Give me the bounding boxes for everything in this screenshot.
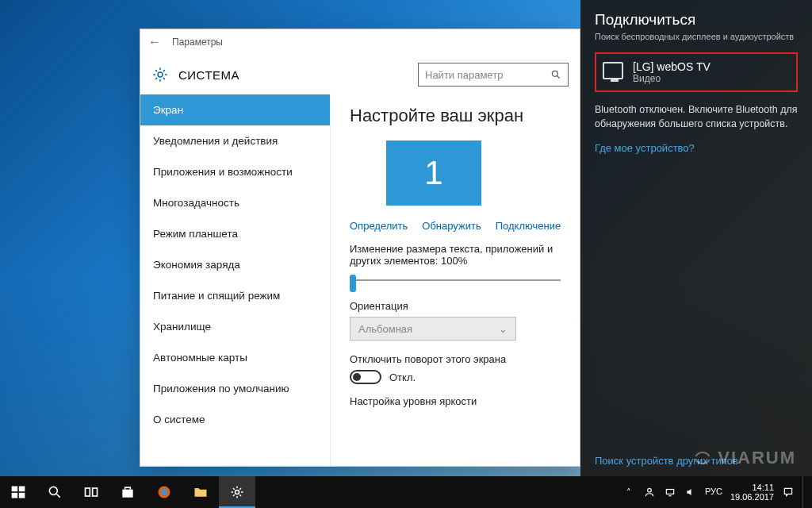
orientation-value: Альбомная [358, 323, 412, 335]
svg-point-0 [158, 72, 163, 77]
search-icon [550, 69, 561, 80]
svg-rect-8 [93, 488, 98, 496]
search-placeholder: Найти параметр [425, 69, 503, 81]
back-button[interactable]: ← [148, 35, 161, 49]
monitor-preview[interactable]: 1 [386, 140, 481, 206]
sidebar-item-power[interactable]: Питание и спящий режим [140, 280, 330, 311]
svg-point-6 [49, 487, 57, 495]
gear-icon [229, 484, 245, 500]
action-center-icon[interactable] [782, 486, 795, 498]
content-pane: Настройте ваш экран 1 Определить Обнаруж… [331, 94, 580, 466]
firefox-icon [156, 484, 172, 500]
link-wireless-display[interactable]: Подключение к беспроводному дисплею [496, 220, 561, 232]
sidebar-item-display[interactable]: Экран [140, 94, 330, 125]
header-row: СИСТЕМА Найти параметр [140, 55, 580, 94]
store-icon [120, 484, 136, 500]
taskbar-store[interactable] [109, 476, 146, 508]
search-button[interactable] [36, 476, 73, 508]
svg-rect-2 [12, 487, 18, 492]
svg-rect-3 [19, 487, 25, 492]
svg-point-10 [161, 489, 167, 495]
search-icon [47, 484, 63, 500]
bluetooth-message: Bluetooth отключен. Включите Bluetooth д… [595, 103, 798, 131]
svg-rect-7 [86, 488, 90, 496]
device-type: Видео [633, 73, 710, 84]
connect-panel: Подключиться Поиск беспроводных дисплеев… [580, 0, 812, 476]
content-heading: Настройте ваш экран [350, 106, 561, 126]
orientation-select[interactable]: Альбомная ⌄ [350, 317, 516, 341]
tray-volume-icon[interactable] [684, 486, 697, 498]
scale-slider[interactable] [350, 273, 561, 287]
sidebar-item-about[interactable]: О системе [140, 404, 330, 435]
svg-point-11 [236, 491, 239, 495]
window-title: Параметры [172, 37, 223, 48]
monitor-number: 1 [424, 154, 442, 192]
taskbar-settings[interactable] [219, 476, 255, 508]
taskview-icon [83, 484, 99, 500]
sidebar-item-apps[interactable]: Приложения и возможности [140, 156, 330, 187]
svg-rect-4 [12, 493, 18, 498]
device-name: [LG] webOS TV [633, 60, 710, 73]
tray-chevron-up-icon[interactable]: ˄ [622, 486, 635, 498]
taskbar: ˄ РУС 14:11 19.06.2017 [0, 476, 812, 508]
brightness-label: Настройка уровня яркости [350, 395, 561, 407]
clock[interactable]: 14:11 19.06.2017 [730, 483, 774, 502]
sidebar-item-multitasking[interactable]: Многозадачность [140, 187, 330, 218]
show-desktop-button[interactable] [802, 476, 807, 508]
settings-window: ← Параметры СИСТЕМА Найти параметр Экран… [140, 29, 580, 467]
rotation-lock-state: Откл. [389, 371, 416, 383]
gear-icon [151, 66, 169, 83]
link-identify[interactable]: Определить [350, 220, 408, 232]
sidebar: Экран Уведомления и действия Приложения … [140, 94, 331, 466]
scale-label: Изменение размера текста, приложений и д… [350, 243, 561, 267]
rotation-lock-toggle[interactable] [350, 370, 381, 384]
sidebar-item-battery[interactable]: Экономия заряда [140, 249, 330, 280]
svg-point-12 [648, 488, 652, 492]
sidebar-item-notifications[interactable]: Уведомления и действия [140, 125, 330, 156]
sidebar-item-maps[interactable]: Автономные карты [140, 342, 330, 373]
tv-icon [603, 62, 623, 79]
connect-subtitle: Поиск беспроводных дисплеев и аудиоустро… [595, 32, 798, 41]
sidebar-item-defaults[interactable]: Приложения по умолчанию [140, 373, 330, 404]
taskview-button[interactable] [73, 476, 109, 508]
tray-network-icon[interactable] [664, 486, 676, 498]
desktop: ← Параметры СИСТЕМА Найти параметр Экран… [0, 0, 812, 508]
svg-rect-5 [19, 493, 25, 498]
rotation-lock-label: Отключить поворот этого экрана [350, 353, 561, 365]
link-detect[interactable]: Обнаружить [422, 220, 481, 232]
page-title: СИСТЕМА [178, 68, 239, 82]
tray-people-icon[interactable] [643, 486, 656, 498]
language-indicator[interactable]: РУС [705, 487, 722, 497]
search-input[interactable]: Найти параметр [418, 63, 569, 87]
windows-icon [10, 484, 26, 500]
svg-rect-13 [666, 490, 673, 495]
chevron-down-icon: ⌄ [499, 323, 508, 335]
folder-icon [193, 484, 209, 500]
clock-time: 14:11 [730, 483, 774, 492]
taskbar-folder[interactable] [182, 476, 219, 508]
titlebar: ← Параметры [140, 29, 580, 55]
device-item[interactable]: [LG] webOS TV Видео [595, 52, 798, 92]
start-button[interactable] [0, 476, 36, 508]
clock-date: 19.06.2017 [730, 492, 774, 502]
sidebar-item-tablet[interactable]: Режим планшета [140, 218, 330, 249]
orientation-label: Ориентация [350, 300, 561, 312]
sidebar-item-storage[interactable]: Хранилище [140, 311, 330, 342]
svg-point-1 [552, 71, 557, 76]
where-device-link[interactable]: Где мое устройство? [595, 142, 798, 154]
connect-title: Подключиться [595, 11, 798, 29]
taskbar-firefox[interactable] [146, 476, 182, 508]
watermark: VIARUM [692, 448, 796, 468]
